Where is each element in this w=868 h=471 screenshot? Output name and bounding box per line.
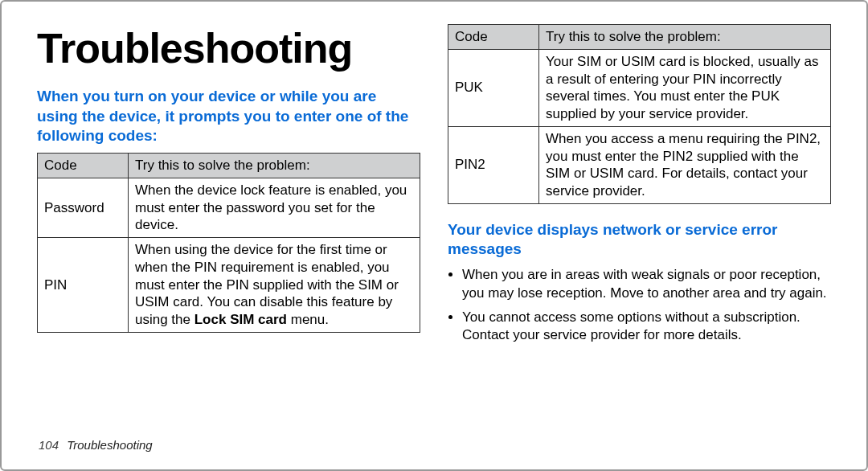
table-header-row: Code Try this to solve the problem: (448, 25, 831, 50)
desc-cell: Your SIM or USIM card is blocked, usuall… (539, 49, 831, 126)
code-cell: PUK (448, 49, 539, 126)
code-cell: Password (38, 178, 129, 237)
right-column: Code Try this to solve the problem: PUK … (448, 24, 831, 426)
error-bullets: When you are in areas with weak signals … (448, 266, 831, 345)
desc-suffix: menu. (287, 312, 329, 327)
code-cell: PIN2 (448, 126, 539, 203)
table-header-code: Code (448, 25, 539, 50)
section-heading-network: Your device displays network or service … (448, 220, 831, 260)
desc-cell: When using the device for the first time… (129, 238, 420, 333)
two-column-layout: Troubleshooting When you turn on your de… (37, 24, 831, 426)
page-container: Troubleshooting When you turn on your de… (0, 0, 868, 471)
table-row: PIN2 When you access a menu requiring th… (448, 126, 831, 203)
desc-bold: Lock SIM card (194, 312, 287, 327)
list-item: When you are in areas with weak signals … (462, 266, 831, 302)
desc-cell: When you access a menu requiring the PIN… (539, 126, 831, 203)
page-number: 104 (39, 438, 59, 452)
table-header-desc: Try this to solve the problem: (129, 154, 420, 178)
list-item: You cannot access some options without a… (462, 309, 831, 345)
code-cell: PIN (38, 238, 129, 333)
table-header-code: Code (38, 154, 129, 178)
table-row: Password When the device lock feature is… (38, 178, 420, 237)
page-footer: 104 Troubleshooting (39, 438, 153, 452)
table-row: PIN When using the device for the first … (38, 238, 420, 333)
section-heading-codes: When you turn on your device or while yo… (37, 87, 420, 146)
page-title: Troubleshooting (37, 24, 420, 72)
left-column: Troubleshooting When you turn on your de… (37, 24, 420, 426)
codes-table-left: Code Try this to solve the problem: Pass… (37, 153, 420, 333)
codes-table-right: Code Try this to solve the problem: PUK … (448, 24, 831, 204)
table-header-desc: Try this to solve the problem: (539, 25, 831, 50)
table-row: PUK Your SIM or USIM card is blocked, us… (448, 49, 831, 126)
footer-section: Troubleshooting (67, 438, 152, 452)
desc-cell: When the device lock feature is enabled,… (129, 178, 420, 237)
table-header-row: Code Try this to solve the problem: (38, 154, 420, 178)
